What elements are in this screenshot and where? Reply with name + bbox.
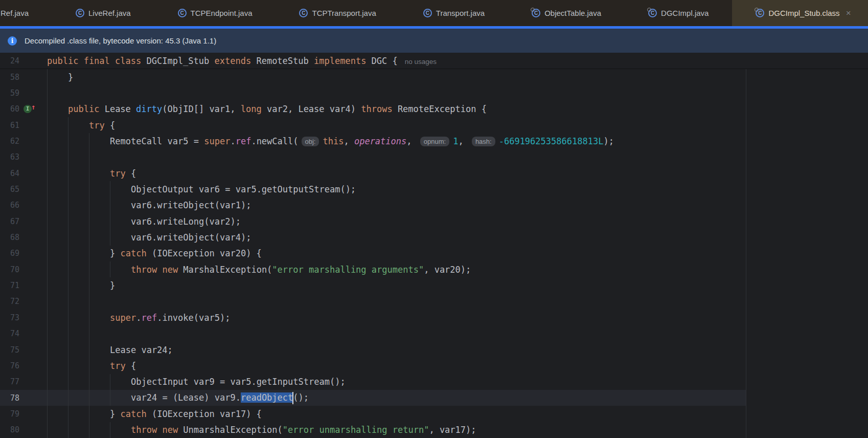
code-token: . <box>230 136 235 146</box>
code-line-65[interactable]: 65ObjectOutput var6 = var5.getOutputStre… <box>0 181 868 197</box>
line-number[interactable]: 71 <box>0 281 47 290</box>
tab-objecttable-java[interactable]: CObjectTable.java <box>508 0 625 26</box>
class-icon: C <box>76 9 84 17</box>
code-token: this <box>323 136 344 146</box>
code-token: (IOException var17) { <box>147 409 262 419</box>
code-line-76[interactable]: 76try { <box>0 358 868 374</box>
code-text: try { <box>47 120 115 130</box>
line-number[interactable]: 61 <box>0 121 47 130</box>
interface-circle-icon: I <box>24 105 32 113</box>
line-number[interactable]: 73 <box>0 313 47 322</box>
code-line-70[interactable]: 70throw new MarshalException("error mars… <box>0 261 868 277</box>
code-text: } <box>47 280 115 291</box>
code-token: } <box>68 72 73 82</box>
tab-dgcimpl-java[interactable]: CDGCImpl.java <box>625 0 732 26</box>
line-number[interactable]: 60I↑ <box>0 104 47 114</box>
line-number[interactable]: 59 <box>0 89 47 98</box>
code-token: try <box>110 361 126 371</box>
line-number[interactable]: 78 <box>0 393 47 403</box>
code-token: super <box>110 313 136 323</box>
code-line-69[interactable]: 69} catch (IOException var20) { <box>0 246 868 261</box>
code-token: (ObjID[] var1, <box>162 104 241 114</box>
sticky-header-line[interactable]: 24public final class DGCImpl_Stub extend… <box>0 53 868 69</box>
code-line-71[interactable]: 71} <box>0 277 868 293</box>
code-token: RemoteCall var5 = <box>110 136 204 146</box>
line-number[interactable]: 79 <box>0 409 47 419</box>
code-token: public final class <box>47 56 146 66</box>
line-number[interactable]: 66 <box>0 201 47 210</box>
line-number[interactable]: 65 <box>0 185 47 194</box>
line-number[interactable]: 68 <box>0 233 47 242</box>
line-number[interactable]: 67 <box>0 217 47 226</box>
parameter-hint-badge[interactable]: obj: <box>302 137 319 146</box>
code-token: var24 = (Lease) var9. <box>131 392 241 403</box>
line-number[interactable]: 76 <box>0 361 47 370</box>
ide-window: CRef.javaCLiveRef.javaCTCPEndpoint.javaC… <box>0 0 868 438</box>
tab-transport-java[interactable]: CTransport.java <box>400 0 508 26</box>
line-number[interactable]: 77 <box>0 377 47 386</box>
code-line-63[interactable]: 63 <box>0 149 868 165</box>
code-line-64[interactable]: 64try { <box>0 165 868 181</box>
code-token: extends <box>215 56 257 66</box>
tab-ref-java[interactable]: CRef.java <box>0 0 52 26</box>
line-number[interactable]: 74 <box>0 329 47 338</box>
info-icon: i <box>8 36 17 46</box>
code-token: "error marshalling arguments" <box>272 265 424 275</box>
code-line-72[interactable]: 72 <box>0 294 868 310</box>
line-number[interactable]: 75 <box>0 345 47 355</box>
tab-dgcimpl-stub-class[interactable]: CDGCImpl_Stub.class× <box>732 0 868 26</box>
implements-method-icon[interactable]: I↑ <box>24 104 37 114</box>
code-text: var6.writeObject(var4); <box>47 232 251 243</box>
code-line-62[interactable]: 62RemoteCall var5 = super.ref.newCall(ob… <box>0 133 868 149</box>
indent-guide <box>89 326 89 342</box>
line-number[interactable]: 70 <box>0 265 47 274</box>
code-token: , var20); <box>424 265 471 275</box>
line-number[interactable]: 63 <box>0 152 47 162</box>
line-number[interactable]: 80 <box>0 425 47 434</box>
tab-tcpendpoint-java[interactable]: CTCPEndpoint.java <box>154 0 276 26</box>
code-line-60[interactable]: 60I↑public Lease dirty(ObjID[] var1, lon… <box>0 101 868 117</box>
code-line-75[interactable]: 75Lease var24; <box>0 342 868 358</box>
code-line-67[interactable]: 67var6.writeLong(var2); <box>0 213 868 229</box>
code-editor[interactable]: 58}5960I↑public Lease dirty(ObjID[] var1… <box>0 69 868 438</box>
code-line-66[interactable]: 66var6.writeObject(var1); <box>0 198 868 213</box>
line-number[interactable]: 72 <box>0 297 47 306</box>
class-icon: C <box>299 9 308 17</box>
code-token: throws <box>361 104 392 114</box>
code-text: public Lease dirty(ObjID[] var1, long va… <box>47 104 487 114</box>
code-token: dirty <box>136 104 162 114</box>
tab-liveref-java[interactable]: CLiveRef.java <box>52 0 154 26</box>
indent-guide <box>89 149 89 165</box>
indent-guide <box>47 85 48 101</box>
code-line-59[interactable]: 59 <box>0 85 868 101</box>
tab-tcptransport-java[interactable]: CTCPTransport.java <box>276 0 399 26</box>
code-line-79[interactable]: 79} catch (IOException var17) { <box>0 406 868 422</box>
code-token: , <box>406 136 417 146</box>
code-line-78[interactable]: 78var24 = (Lease) var9.readObject(); <box>0 390 868 406</box>
code-line-80[interactable]: 80throw new UnmarshalException("error un… <box>0 422 868 438</box>
code-line-58[interactable]: 58} <box>0 69 868 85</box>
parameter-hint-badge[interactable]: opnum: <box>420 137 449 146</box>
code-token: public <box>68 104 105 114</box>
code-token: , <box>344 136 354 146</box>
parameter-hint-badge[interactable]: hash: <box>472 137 495 146</box>
code-token: { <box>126 361 136 371</box>
code-token: ); <box>603 136 613 146</box>
code-line-73[interactable]: 73super.ref.invoke(var5); <box>0 310 868 325</box>
usages-hint[interactable]: no usages <box>405 58 437 65</box>
code-line-77[interactable]: 77ObjectInput var9 = var5.getInputStream… <box>0 374 868 390</box>
sticky-line-number[interactable]: 24 <box>0 56 47 65</box>
code-line-61[interactable]: 61try { <box>0 117 868 133</box>
line-number[interactable]: 62 <box>0 137 47 146</box>
code-token: var2, Lease var4) <box>262 104 361 114</box>
code-line-68[interactable]: 68var6.writeObject(var4); <box>0 229 868 245</box>
close-icon[interactable]: × <box>846 9 851 17</box>
indent-guide <box>89 294 89 310</box>
line-number[interactable]: 58 <box>0 73 47 82</box>
line-number[interactable]: 69 <box>0 249 47 258</box>
line-number[interactable]: 64 <box>0 169 47 178</box>
code-token: catch <box>120 248 146 258</box>
code-token: .newCall( <box>251 136 298 146</box>
code-token: try <box>89 120 105 130</box>
code-line-74[interactable]: 74 <box>0 326 868 342</box>
